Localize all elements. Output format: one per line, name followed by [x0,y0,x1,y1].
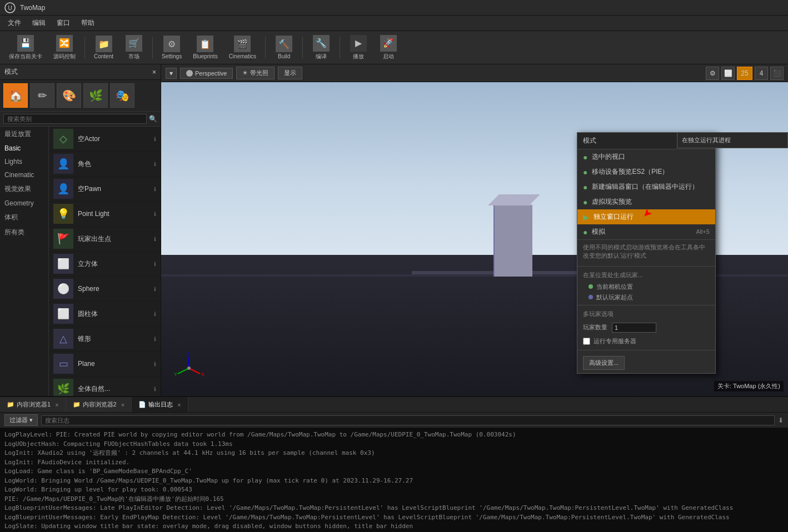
radio-icon: ● [583,228,587,237]
blueprints-button[interactable]: 📋 Blueprints [188,33,222,62]
asset-info-icon[interactable]: ℹ [154,136,156,142]
log-output-area[interactable]: LogPlayLevel: PIE: Created PIE world by … [0,428,788,532]
advanced-settings-button[interactable]: 高级设置... [583,356,625,370]
asset-info-icon[interactable]: ℹ [154,236,156,242]
save-level-button[interactable]: 💾 保存当前关卡 [4,33,47,63]
menu-window[interactable]: 窗口 [51,16,76,30]
asset-info-icon[interactable]: ℹ [154,186,156,192]
asset-item-sphere[interactable]: ⚪ Sphere ℹ [49,277,161,302]
viewport-realtime-icon[interactable]: 25 [737,67,752,80]
category-visual[interactable]: 视觉效果 [0,182,48,197]
asset-item-player-start[interactable]: 🚩 玩家出生点 ℹ [49,227,161,252]
log-search-input[interactable] [41,415,775,425]
asset-name: 空Actor [78,134,149,144]
tab-close-button-3[interactable]: × [177,401,181,408]
asset-info-icon[interactable]: ℹ [154,336,156,342]
cone-icon: △ [53,329,73,349]
dedicated-server-checkbox[interactable] [583,338,590,345]
asset-item-empty-actor[interactable]: ◇ 空Actor ℹ [49,127,161,152]
paint-mode-button[interactable]: ✏ [30,83,54,108]
log-line: PIE: /Game/Maps/UEDPIE_0_TwoMap的'在编辑器中播放… [4,495,784,504]
player-count-input[interactable] [612,323,656,333]
dropdown-simulate[interactable]: ● 模拟 Alt+S [577,224,715,239]
tab-close-button-2[interactable]: × [121,401,124,408]
viewport-options-button[interactable]: ▾ [166,68,177,79]
cinematics-button[interactable]: 🎬 Cinematics [225,33,261,62]
character-icon: 👤 [53,154,73,174]
show-button[interactable]: 显示 [278,67,302,79]
modes-panel: 模式 × 🏠 ✏ 🎨 🌿 🎭 🔍 最近放置 Basic Lights Cinem… [0,64,161,396]
content-browser-2-icon: 📁 [73,401,81,408]
mesh-mode-button[interactable]: 🎭 [110,83,134,108]
launch-button[interactable]: 🚀 启动 [375,33,402,63]
search-input[interactable] [3,114,147,124]
asset-item-point-light[interactable]: 💡 Point Light ℹ [49,202,161,227]
asset-info-icon[interactable]: ℹ [154,161,156,167]
dropdown-divider-3 [577,350,715,350]
dedicated-server-row: 运行专用服务器 [577,335,715,348]
asset-item-plane[interactable]: ▭ Plane ℹ [49,352,161,377]
titlebar: U TwoMap [0,0,788,16]
asset-item-cone[interactable]: △ 锥形 ℹ [49,327,161,352]
compile-button[interactable]: 🔧 编译 [307,33,335,63]
marketplace-icon: 🛒 [126,35,142,52]
viewport-content[interactable]: X Y Z 关卡: TwoMap (永久性) 模式 ● 选中 [161,82,788,396]
filter-button[interactable]: 过滤器 ▾ [4,414,38,426]
dropdown-selected-viewport[interactable]: ● 选中的视口 [577,149,715,164]
tab-close-button[interactable]: × [55,401,58,408]
category-all[interactable]: 所有类 [0,225,48,240]
viewport-num1[interactable]: 4 [755,67,768,80]
settings-button[interactable]: ⚙ Settings [157,33,186,62]
dropdown-mobile-preview[interactable]: ● 移动设备预览ES2（PIE） [577,164,715,179]
content-browser-icon: 📁 [7,401,14,408]
viewport-maximize-icon[interactable]: ⬜ [721,67,735,80]
viewport-settings-icon[interactable]: ⚙ [706,67,719,80]
tab-output-log[interactable]: 📄 输出日志 × [132,397,188,412]
spawn-default[interactable]: 默认玩家起点 [577,292,715,303]
asset-item-empty-pawn[interactable]: 👤 空Pawn ℹ [49,177,161,202]
asset-info-icon[interactable]: ℹ [154,261,156,267]
landscape-mode-button[interactable]: 🎨 [57,83,81,108]
viewport-restore-icon[interactable]: ⬛ [770,67,784,80]
source-control-button[interactable]: 🔀 源码控制 [49,33,80,63]
category-recent[interactable]: 最近放置 [0,127,48,142]
search-icon: 🔍 [149,115,157,123]
play-button[interactable]: ▶ 播放 [345,33,372,63]
asset-info-icon[interactable]: ℹ [154,211,156,217]
asset-item-cylinder[interactable]: ⬜ 圆柱体 ℹ [49,302,161,327]
asset-item-character[interactable]: 👤 角色 ℹ [49,152,161,177]
tab-content-browser-1[interactable]: 📁 内容浏览器1 × [0,397,66,412]
toolbar-separator-4 [302,37,303,59]
log-scroll-end-icon[interactable]: ⬇ [778,416,784,424]
foliage-mode-button[interactable]: 🌿 [83,83,108,108]
category-volume[interactable]: 体积 [0,210,48,225]
dropdown-new-editor-window[interactable]: ● 新建编辑器窗口（在编辑器中运行） [577,179,715,194]
asset-item-nature[interactable]: 🌿 全体自然... ℹ [49,377,161,396]
asset-info-icon[interactable]: ℹ [154,286,156,292]
lighting-button[interactable]: ☀ 带光照 [236,67,275,79]
asset-name: 圆柱体 [78,309,149,319]
log-line: LogBlueprintUserMessages: Late PlayInEdi… [4,504,784,513]
category-cinematic[interactable]: Cinematic [0,168,48,182]
svg-line-2 [189,368,200,374]
category-basic[interactable]: Basic [0,142,48,155]
content-button[interactable]: 📁 Content [89,33,118,62]
plane-icon: ▭ [53,354,73,374]
modes-close-button[interactable]: × [152,68,156,76]
category-geometry[interactable]: Geometry [0,197,48,210]
asset-info-icon[interactable]: ℹ [154,386,156,392]
player-count-label: 玩家数量 [583,323,607,332]
asset-info-icon[interactable]: ℹ [154,361,156,367]
asset-item-cube[interactable]: ⬜ 立方体 ℹ [49,252,161,277]
asset-info-icon[interactable]: ℹ [154,311,156,317]
menu-help[interactable]: 帮助 [76,16,100,30]
tab-content-browser-2[interactable]: 📁 内容浏览器2 × [66,397,132,412]
marketplace-button[interactable]: 🛒 市场 [120,33,148,63]
menu-file[interactable]: 文件 [2,16,27,30]
category-lights[interactable]: Lights [0,155,48,168]
placement-mode-button[interactable]: 🏠 [3,83,28,108]
perspective-button[interactable]: Perspective [180,68,233,79]
build-button[interactable]: 🔨 Build [270,33,298,62]
spawn-camera[interactable]: 当前相机位置 [577,282,715,292]
menu-edit[interactable]: 编辑 [27,16,51,30]
